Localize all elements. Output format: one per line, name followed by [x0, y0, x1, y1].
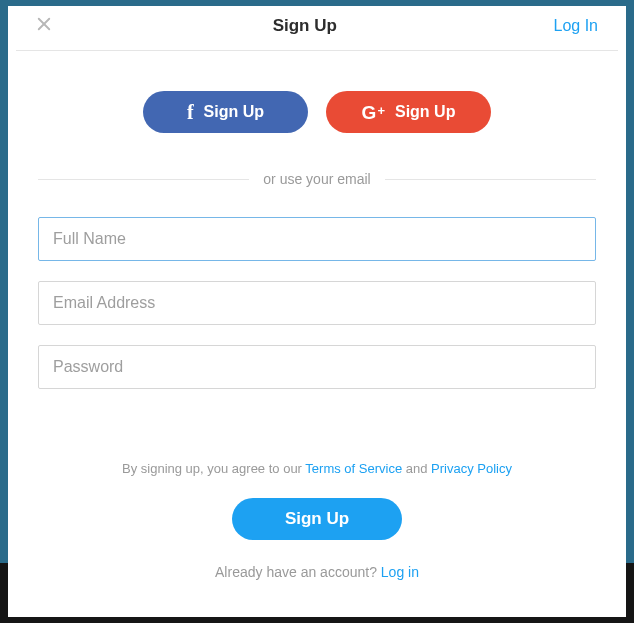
- divider-line-right: [385, 179, 596, 180]
- facebook-button-label: Sign Up: [204, 103, 264, 121]
- modal-title: Sign Up: [56, 16, 554, 36]
- password-input[interactable]: [38, 345, 596, 389]
- form-fields: [38, 217, 596, 389]
- already-have-account: Already have an account? Log in: [38, 564, 596, 580]
- facebook-signup-button[interactable]: f Sign Up: [143, 91, 308, 133]
- social-signup-row: f Sign Up G+ Sign Up: [38, 91, 596, 133]
- already-prefix: Already have an account?: [215, 564, 381, 580]
- google-signup-button[interactable]: G+ Sign Up: [326, 91, 491, 133]
- legal-middle: and: [402, 461, 431, 476]
- signup-modal: Sign Up Log In f Sign Up G+ Sign Up or u…: [8, 6, 626, 617]
- modal-content: f Sign Up G+ Sign Up or use your email B…: [8, 51, 626, 580]
- signup-submit-button[interactable]: Sign Up: [232, 498, 402, 540]
- divider-text: or use your email: [263, 171, 370, 187]
- privacy-policy-link[interactable]: Privacy Policy: [431, 461, 512, 476]
- google-plus-icon: G+: [362, 103, 385, 122]
- terms-of-service-link[interactable]: Terms of Service: [305, 461, 402, 476]
- login-inline-link[interactable]: Log in: [381, 564, 419, 580]
- email-input[interactable]: [38, 281, 596, 325]
- legal-text: By signing up, you agree to our Terms of…: [38, 461, 596, 476]
- close-icon: [35, 15, 53, 37]
- full-name-input[interactable]: [38, 217, 596, 261]
- facebook-icon: f: [187, 102, 194, 122]
- google-button-label: Sign Up: [395, 103, 455, 121]
- submit-row: Sign Up: [38, 498, 596, 540]
- modal-header: Sign Up Log In: [16, 6, 618, 51]
- divider: or use your email: [38, 171, 596, 187]
- close-button[interactable]: [32, 14, 56, 38]
- legal-prefix: By signing up, you agree to our: [122, 461, 305, 476]
- login-link[interactable]: Log In: [554, 17, 598, 35]
- divider-line-left: [38, 179, 249, 180]
